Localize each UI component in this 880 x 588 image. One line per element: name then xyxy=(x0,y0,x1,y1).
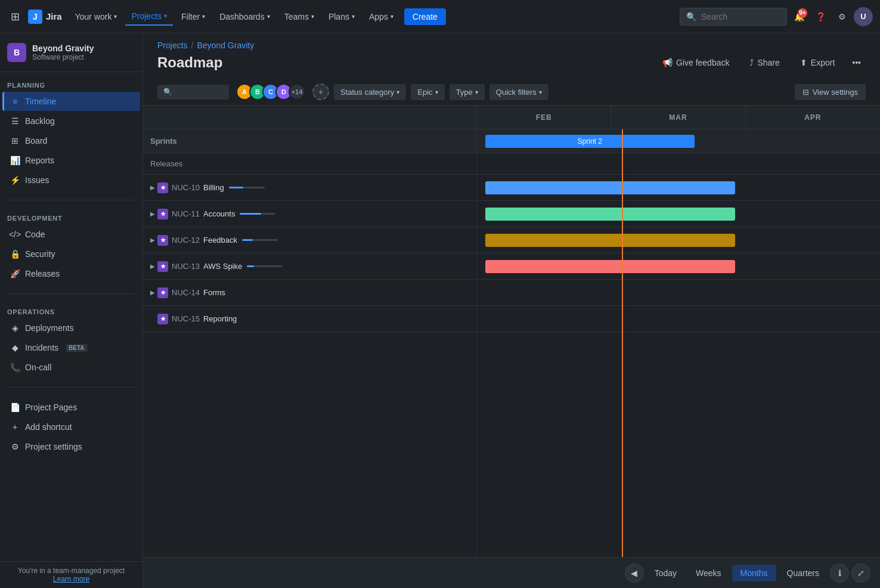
epic-name: AWS Spike xyxy=(203,262,242,271)
more-options-button[interactable]: ••• xyxy=(847,54,866,71)
sidebar-item-project-pages[interactable]: 📄 Project Pages xyxy=(2,398,140,417)
breadcrumb-project[interactable]: Beyond Gravity xyxy=(197,41,254,50)
gantt-bar-nuc11[interactable] xyxy=(485,208,735,221)
nav-prev-button[interactable]: ◀ xyxy=(625,564,644,583)
avatar-overflow-count[interactable]: +14 xyxy=(289,83,305,100)
settings-button[interactable]: ⚙ xyxy=(832,7,851,26)
epic-name: Forms xyxy=(203,288,225,297)
epic-row-nuc13[interactable]: ▶ ★ NUC-13 AWS Spike xyxy=(143,253,476,280)
create-button[interactable]: Create xyxy=(404,8,446,25)
epic-search-input[interactable] xyxy=(176,88,223,97)
sidebar-item-releases[interactable]: 🚀 Releases xyxy=(2,264,140,283)
learn-more-text[interactable]: Learn more xyxy=(53,575,89,583)
beta-badge: BETA xyxy=(66,344,87,352)
sprint-bar-row: Sprint 2 xyxy=(477,129,880,153)
main-content: Projects / Beyond Gravity Roadmap 📢 Give… xyxy=(143,33,880,588)
jira-logo[interactable]: J Jira xyxy=(28,10,62,24)
sidebar-item-deployments[interactable]: ◈ Deployments xyxy=(2,318,140,338)
sidebar-item-oncall[interactable]: 📞 On-call xyxy=(2,358,140,377)
sidebar-section-footer: 📄 Project Pages + Add shortcut ⚙ Project… xyxy=(0,392,142,462)
nav-teams[interactable]: Teams ▾ xyxy=(278,8,320,25)
expand-icon[interactable]: ▶ xyxy=(150,237,155,243)
epic-filter[interactable]: Epic ▾ xyxy=(411,84,444,100)
view-settings-button[interactable]: ⊟ View settings xyxy=(795,84,866,100)
search-input[interactable] xyxy=(701,12,780,21)
info-button[interactable]: ℹ xyxy=(830,564,849,583)
notifications-button[interactable]: 🔔 9+ xyxy=(789,7,808,26)
gantt-bar-nuc12[interactable] xyxy=(485,234,735,247)
bottom-bar: ◀ Today Weeks Months Quarters ℹ ⤢ xyxy=(143,557,880,588)
quick-filters[interactable]: Quick filters ▾ xyxy=(489,84,549,100)
app-body: B Beyond Gravity Software project PLANNI… xyxy=(0,33,880,588)
gantt-row-nuc13 xyxy=(477,253,880,280)
sidebar-item-add-shortcut[interactable]: + Add shortcut xyxy=(2,417,140,437)
expand-icon[interactable]: ▶ xyxy=(150,184,155,191)
nav-dashboards[interactable]: Dashboards ▾ xyxy=(213,8,276,25)
roadmap-right-panel: Sprint 2 xyxy=(477,129,880,557)
timeline-icon: ≡ xyxy=(10,96,20,107)
epic-icon: ★ xyxy=(157,287,168,298)
status-category-filter[interactable]: Status category ▾ xyxy=(334,84,406,100)
weeks-button[interactable]: Weeks xyxy=(687,565,730,581)
gantt-row-nuc15 xyxy=(477,306,880,332)
sidebar-item-backlog[interactable]: ☰ Backlog xyxy=(2,112,140,131)
releases-label: Releases xyxy=(150,159,182,168)
planning-label: PLANNING xyxy=(0,77,142,91)
months-button[interactable]: Months xyxy=(732,565,776,581)
search-filter-icon: 🔍 xyxy=(163,88,172,96)
sidebar-item-timeline[interactable]: ≡ Timeline xyxy=(2,92,140,111)
plus-icon: + xyxy=(10,422,20,432)
epic-name: Reporting xyxy=(203,314,237,323)
expand-icon[interactable]: ▶ xyxy=(150,263,155,270)
expand-icon[interactable]: ▶ xyxy=(150,289,155,296)
sidebar-item-incidents[interactable]: ◆ Incidents BETA xyxy=(2,338,140,357)
nav-your-work[interactable]: Your work ▾ xyxy=(69,8,123,25)
epic-search[interactable]: 🔍 xyxy=(157,85,229,100)
learn-more-link[interactable]: Learn more xyxy=(7,575,135,583)
search-box[interactable]: 🔍 xyxy=(680,8,787,26)
epic-row-nuc14[interactable]: ▶ ★ NUC-14 Forms xyxy=(143,280,476,306)
nav-plans[interactable]: Plans ▾ xyxy=(323,8,361,25)
epic-id: NUC-15 xyxy=(172,314,200,323)
releases-right-row xyxy=(477,153,880,175)
epic-id: NUC-14 xyxy=(172,288,200,297)
gantt-bar-nuc13[interactable] xyxy=(485,260,735,273)
roadmap-label-col-header xyxy=(143,106,477,129)
sidebar-item-reports[interactable]: 📊 Reports xyxy=(2,151,140,170)
expand-icon[interactable]: ▶ xyxy=(150,211,155,217)
share-button[interactable]: ⤴ Share xyxy=(742,54,787,72)
deployments-icon: ◈ xyxy=(10,323,20,333)
gantt-bar-nuc10[interactable] xyxy=(485,181,735,194)
gantt-row-nuc14 xyxy=(477,280,880,306)
notification-badge: 9+ xyxy=(798,8,807,18)
share-icon: ⤴ xyxy=(749,58,754,67)
sidebar-item-code[interactable]: </> Code xyxy=(2,225,140,244)
sidebar-item-issues[interactable]: ⚡ Issues xyxy=(2,171,140,190)
page-title-row: Roadmap 📢 Give feedback ⤴ Share ⬆ Export… xyxy=(157,54,866,72)
add-person-button[interactable]: + xyxy=(312,83,329,100)
chevron-down-icon: ▾ xyxy=(352,13,355,20)
nav-filter[interactable]: Filter ▾ xyxy=(175,8,211,25)
user-avatar[interactable]: U xyxy=(854,7,873,26)
nav-projects[interactable]: Projects ▾ xyxy=(125,8,173,26)
export-button[interactable]: ⬆ Export xyxy=(792,54,842,72)
type-filter[interactable]: Type ▾ xyxy=(450,84,485,100)
epic-row-nuc12[interactable]: ▶ ★ NUC-12 Feedback xyxy=(143,227,476,253)
help-button[interactable]: ❓ xyxy=(811,7,830,26)
board-icon: ⊞ xyxy=(10,135,20,146)
breadcrumb-projects[interactable]: Projects xyxy=(157,41,188,50)
epic-row-nuc15[interactable]: ▶ ★ NUC-15 Reporting xyxy=(143,306,476,332)
nav-apps[interactable]: Apps ▾ xyxy=(363,8,399,25)
sidebar-item-board[interactable]: ⊞ Board xyxy=(2,131,140,150)
sidebar-item-security[interactable]: 🔒 Security xyxy=(2,245,140,264)
sidebar-item-project-settings[interactable]: ⚙ Project settings xyxy=(2,437,140,456)
today-button[interactable]: Today xyxy=(646,565,685,581)
expand-button[interactable]: ⤢ xyxy=(851,564,870,583)
grid-icon[interactable]: ⊞ xyxy=(7,7,23,27)
epic-name: Billing xyxy=(203,183,224,192)
epic-row-nuc11[interactable]: ▶ ★ NUC-11 Accounts xyxy=(143,201,476,227)
epic-row-nuc10[interactable]: ▶ ★ NUC-10 Billing xyxy=(143,175,476,201)
give-feedback-button[interactable]: 📢 Give feedback xyxy=(655,54,738,72)
incidents-icon: ◆ xyxy=(10,342,20,353)
quarters-button[interactable]: Quarters xyxy=(779,565,828,581)
